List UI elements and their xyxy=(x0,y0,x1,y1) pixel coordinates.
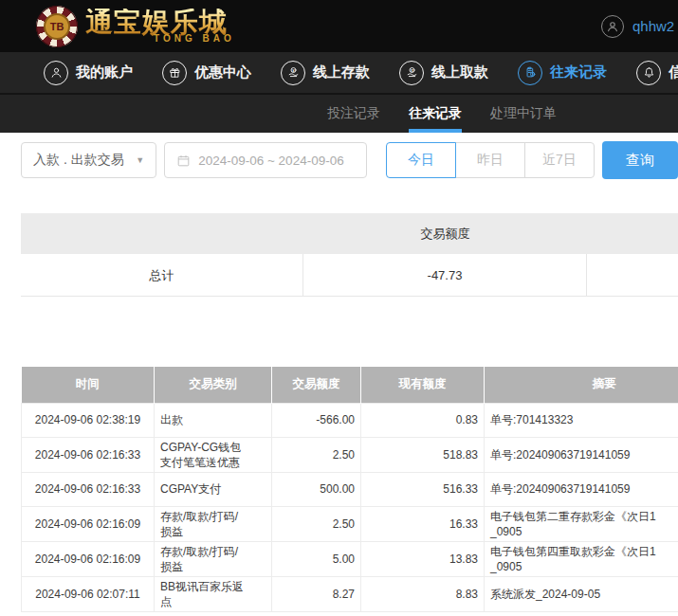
cell-balance: 0.83 xyxy=(361,403,485,437)
cell-balance: 8.83 xyxy=(361,576,485,611)
cell-summary: 单号:202409063719141059 xyxy=(485,472,678,506)
tab-transaction-records[interactable]: 往来记录 xyxy=(409,95,462,133)
cell-balance: 518.83 xyxy=(361,437,485,472)
nav-label: 优惠中心 xyxy=(194,63,251,82)
cell-summary: 电子钱包第二重存款彩金《次日1 _0905 xyxy=(485,506,678,541)
records-clipboard-icon xyxy=(518,61,542,85)
col-header-time: 时间 xyxy=(22,367,155,403)
cell-amount: 2.50 xyxy=(272,437,361,472)
cell-type: CGPAY支付 xyxy=(155,472,272,506)
col-header-balance: 现有额度 xyxy=(361,367,485,403)
cell-balance: 13.83 xyxy=(361,541,485,576)
cell-time: 2024-09-06 02:16:33 xyxy=(22,472,155,506)
cell-amount: -566.00 xyxy=(272,403,361,437)
tab-betting-records[interactable]: 投注记录 xyxy=(327,95,380,133)
cell-summary: 系统派发_2024-09-05 xyxy=(485,576,678,611)
main-navigation: 我的账户 优惠中心 ¥ 线上存款 $ 线上取款 往来记录 信息 xyxy=(0,52,678,93)
select-value: 入款 . 出款交易 xyxy=(33,152,124,169)
bell-icon xyxy=(636,61,661,85)
nav-label: 线上存款 xyxy=(313,63,370,82)
cell-time: 2024-09-06 02:38:19 xyxy=(22,403,155,437)
date-range-value: 2024-09-06 ~ 2024-09-06 xyxy=(198,154,344,168)
cell-time: 2024-09-06 02:16:09 xyxy=(22,506,155,541)
nav-item-promotions[interactable]: 优惠中心 xyxy=(162,61,251,85)
nav-label: 我的账户 xyxy=(76,63,133,82)
summary-table: 交易额度 总计 -47.73 xyxy=(21,213,678,297)
search-button[interactable]: 查询 xyxy=(602,141,678,179)
table-row: 2024-09-06 02:16:33 CGPAY支付 500.00 516.3… xyxy=(22,472,678,506)
calendar-icon xyxy=(176,154,191,168)
summary-total-row: 总计 -47.73 xyxy=(21,254,678,297)
yesterday-button[interactable]: 昨日 xyxy=(455,142,525,178)
table-row: 2024-09-06 02:38:19 出款 -566.00 0.83 单号:7… xyxy=(22,403,678,437)
cell-type: 存款/取款/打码/ 损益 xyxy=(155,506,272,541)
nav-label: 线上取款 xyxy=(431,63,488,82)
cell-balance: 16.33 xyxy=(361,506,485,541)
user-icon xyxy=(44,61,68,85)
tab-pending-orders[interactable]: 处理中订单 xyxy=(490,95,557,133)
cell-amount: 5.00 xyxy=(272,541,361,576)
date-range-input[interactable]: 2024-09-06 ~ 2024-09-06 xyxy=(164,142,367,178)
table-row: 2024-09-06 02:07:11 BB视讯百家乐返 点 8.27 8.83… xyxy=(22,576,678,611)
nav-item-withdraw[interactable]: $ 线上取款 xyxy=(399,61,488,85)
summary-header-label: 交易额度 xyxy=(303,226,587,243)
cell-balance: 516.33 xyxy=(361,472,485,506)
col-header-summary: 摘要 xyxy=(485,367,678,403)
cell-amount: 2.50 xyxy=(272,506,361,541)
col-header-type: 交易类别 xyxy=(155,367,272,403)
cell-type: 出款 xyxy=(155,403,272,437)
nav-label: 往来记录 xyxy=(550,63,607,82)
cell-time: 2024-09-06 02:07:11 xyxy=(22,576,155,611)
cell-type: 存款/取款/打码/ 损益 xyxy=(155,541,272,576)
summary-total-label: 总计 xyxy=(21,254,303,297)
cell-time: 2024-09-06 02:16:33 xyxy=(22,437,155,472)
site-logo[interactable]: TB 通宝娱乐城 TONG BAO xyxy=(36,6,235,47)
user-avatar-icon xyxy=(601,15,624,38)
cell-type: BB视讯百家乐返 点 xyxy=(155,576,272,611)
user-account-area[interactable]: qhhw2 xyxy=(601,0,674,52)
transaction-type-select[interactable]: 入款 . 出款交易 ▼ xyxy=(21,142,156,178)
gift-icon xyxy=(162,61,187,85)
transactions-body: 2024-09-06 02:38:19 出款 -566.00 0.83 单号:7… xyxy=(22,403,678,611)
chevron-down-icon: ▼ xyxy=(136,155,144,165)
chip-monogram: TB xyxy=(44,13,70,40)
username-text[interactable]: qhhw2 xyxy=(632,18,674,34)
col-header-amount: 交易额度 xyxy=(272,367,361,403)
filter-row: 入款 . 出款交易 ▼ 2024-09-06 ~ 2024-09-06 今日 昨… xyxy=(21,141,678,179)
nav-item-transaction-records[interactable]: 往来记录 xyxy=(518,61,607,85)
summary-header-row: 交易额度 xyxy=(21,213,678,254)
table-header-row: 时间 交易类别 交易额度 现有额度 摘要 xyxy=(22,367,678,403)
cell-amount: 500.00 xyxy=(272,472,361,506)
today-button[interactable]: 今日 xyxy=(386,142,456,178)
records-tab-bar: 投注记录 往来记录 处理中订单 xyxy=(0,93,678,133)
cell-summary: 电子钱包第四重取款彩金《次日1 _0905 xyxy=(485,541,678,576)
cell-type: CGPAY-CG钱包 支付笔笔送优惠 xyxy=(155,437,272,472)
site-title: 通宝娱乐城 xyxy=(85,9,235,36)
cell-time: 2024-09-06 02:16:09 xyxy=(22,541,155,576)
table-row: 2024-09-06 02:16:33 CGPAY-CG钱包 支付笔笔送优惠 2… xyxy=(22,437,678,472)
cell-summary: 单号:202409063719141059 xyxy=(485,437,678,472)
deposit-hand-coin-icon: ¥ xyxy=(281,61,305,85)
summary-total-value: -47.73 xyxy=(303,254,587,297)
nav-item-my-account[interactable]: 我的账户 xyxy=(44,61,133,85)
nav-label: 信息 xyxy=(669,63,678,82)
cell-summary: 单号:701413323 xyxy=(485,403,678,437)
table-row: 2024-09-06 02:16:09 存款/取款/打码/ 损益 2.50 16… xyxy=(22,506,678,541)
top-header: TB 通宝娱乐城 TONG BAO qhhw2 xyxy=(0,0,678,52)
poker-chip-logo-icon: TB xyxy=(36,6,78,47)
withdraw-hand-coin-icon: $ xyxy=(399,61,424,85)
transactions-table: 时间 交易类别 交易额度 现有额度 摘要 2024-09-06 02:38:19… xyxy=(21,367,678,612)
last-7-days-button[interactable]: 近7日 xyxy=(524,142,595,178)
quick-date-buttons: 今日 昨日 近7日 xyxy=(386,142,595,178)
nav-item-deposit[interactable]: ¥ 线上存款 xyxy=(281,61,370,85)
table-row: 2024-09-06 02:16:09 存款/取款/打码/ 损益 5.00 13… xyxy=(22,541,678,576)
nav-item-messages[interactable]: 信息 xyxy=(636,61,678,85)
cell-amount: 8.27 xyxy=(272,576,361,611)
